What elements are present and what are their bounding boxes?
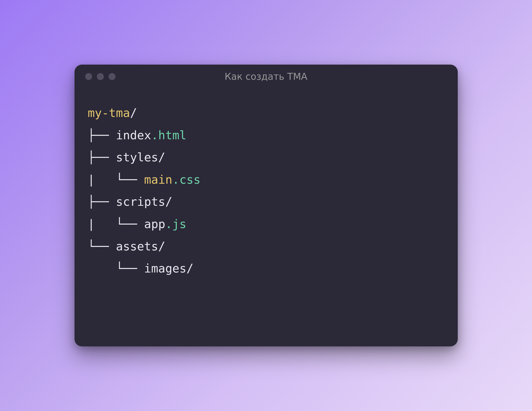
tree-branch: └── bbox=[116, 262, 144, 275]
file-ext: html bbox=[158, 128, 186, 142]
tree-branch: └── bbox=[88, 240, 116, 253]
window-title: Как создать TMA bbox=[225, 71, 307, 82]
tree-pipe: | bbox=[88, 217, 116, 231]
tree-line-root: my-tma/ bbox=[88, 106, 137, 120]
window-titlebar: Как создать TMA bbox=[75, 65, 458, 89]
tree-line: └── images/ bbox=[88, 262, 193, 275]
file-dot: . bbox=[151, 128, 158, 142]
file-dot: . bbox=[172, 173, 179, 186]
file-name: main bbox=[144, 173, 172, 186]
terminal-window: Как создать TMA my-tma/ ├── index.html ├… bbox=[75, 65, 458, 346]
tree-indent bbox=[88, 262, 116, 275]
tree-branch: ├── bbox=[88, 128, 116, 142]
tree-pipe: | bbox=[88, 173, 116, 186]
tree-branch: └── bbox=[116, 173, 144, 186]
dir-name: assets/ bbox=[116, 240, 165, 253]
tree-line: ├── scripts/ bbox=[88, 195, 172, 208]
dir-name: my-tma bbox=[88, 106, 130, 120]
tree-line: └── assets/ bbox=[88, 240, 165, 253]
traffic-lights bbox=[85, 73, 116, 80]
tree-line: ├── styles/ bbox=[88, 150, 165, 164]
dir-slash: / bbox=[130, 106, 137, 120]
tree-line: | └── main.css bbox=[88, 173, 201, 186]
tree-branch: └── bbox=[116, 217, 144, 231]
file-ext: css bbox=[179, 173, 200, 186]
tree-branch: ├── bbox=[88, 195, 116, 208]
dir-name: images/ bbox=[144, 262, 193, 275]
close-button[interactable] bbox=[85, 73, 92, 80]
dir-name: styles/ bbox=[116, 150, 165, 164]
terminal-content: my-tma/ ├── index.html ├── styles/ | └──… bbox=[75, 89, 458, 346]
tree-line: ├── index.html bbox=[88, 128, 187, 142]
dir-name: scripts/ bbox=[116, 195, 172, 208]
tree-branch: ├── bbox=[88, 150, 116, 164]
file-ext: js bbox=[172, 217, 186, 231]
minimize-button[interactable] bbox=[97, 73, 104, 80]
file-name: index bbox=[116, 128, 151, 142]
maximize-button[interactable] bbox=[109, 73, 116, 80]
file-name: app bbox=[144, 217, 165, 231]
tree-line: | └── app.js bbox=[88, 217, 187, 231]
file-dot: . bbox=[165, 217, 172, 231]
